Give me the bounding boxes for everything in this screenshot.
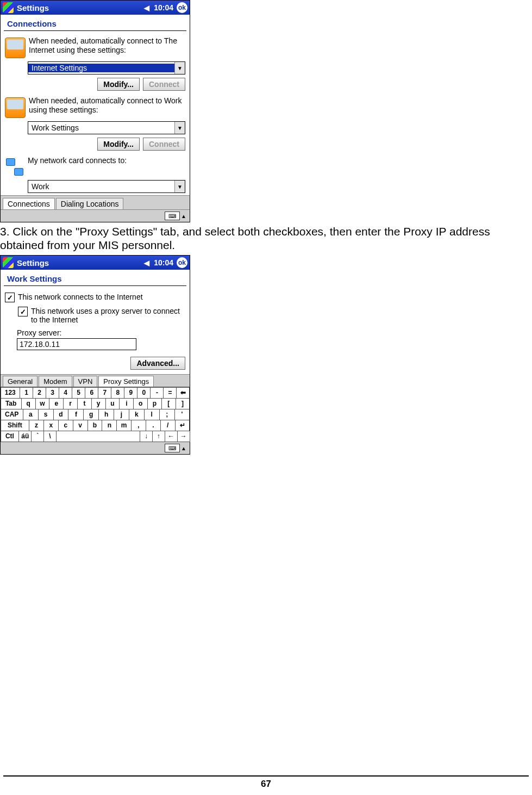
tab-connections[interactable]: Connections <box>3 198 55 209</box>
key[interactable]: o <box>133 398 148 409</box>
tab-vpn[interactable]: VPN <box>73 376 98 387</box>
key[interactable]: [ <box>161 398 176 409</box>
tab-dialing-locations[interactable]: Dialing Locations <box>56 198 124 209</box>
proxy-server-label: Proxy server: <box>1 326 190 337</box>
titlebar-title: Settings <box>17 3 144 13</box>
key-backspace[interactable]: ⬅ <box>176 387 190 399</box>
keyboard-icon[interactable]: ⌨ <box>165 212 180 220</box>
key[interactable]: g <box>83 409 99 420</box>
key[interactable]: ' <box>174 409 190 420</box>
key[interactable]: y <box>91 398 106 409</box>
key-shift[interactable]: Shift <box>1 420 30 431</box>
keyboard-icon[interactable]: ⌨ <box>165 444 180 452</box>
key[interactable]: j <box>114 409 129 420</box>
sip-up-icon[interactable]: ▲ <box>181 213 186 219</box>
key-up[interactable]: ↑ <box>152 431 165 442</box>
key[interactable]: t <box>77 398 92 409</box>
key[interactable]: 9 <box>124 387 137 399</box>
key[interactable]: 8 <box>111 387 124 399</box>
key[interactable]: c <box>58 420 73 431</box>
key-space[interactable] <box>56 431 140 442</box>
start-icon[interactable] <box>3 257 14 268</box>
key[interactable]: - <box>150 387 164 399</box>
device-work-settings: Settings ◀ 10:04 ok Work Settings ✓ This… <box>0 255 190 455</box>
network-card-combo[interactable]: Work ▼ <box>28 180 185 193</box>
proxy-server-input[interactable]: 172.18.0.11 <box>17 338 136 350</box>
key[interactable]: 6 <box>85 387 98 399</box>
chevron-down-icon[interactable]: ▼ <box>174 62 185 74</box>
key[interactable]: 5 <box>72 387 85 399</box>
chevron-down-icon[interactable]: ▼ <box>174 122 185 134</box>
tab-modem[interactable]: Modem <box>39 376 72 387</box>
key[interactable]: 1 <box>20 387 33 399</box>
sip-up-icon[interactable]: ▲ <box>181 445 186 451</box>
key-enter[interactable]: ↵ <box>175 420 190 431</box>
key[interactable]: b <box>87 420 103 431</box>
key[interactable]: p <box>147 398 162 409</box>
key[interactable]: f <box>68 409 84 420</box>
key[interactable]: n <box>102 420 117 431</box>
key-right[interactable]: → <box>177 431 190 442</box>
checkbox-internet-label: This network connects to the Internet <box>18 293 143 301</box>
key[interactable]: \ <box>43 431 57 442</box>
key[interactable]: a <box>23 409 39 420</box>
key[interactable]: q <box>21 398 36 409</box>
clock: 10:04 <box>154 3 173 12</box>
key[interactable]: k <box>129 409 145 420</box>
advanced-button[interactable]: Advanced... <box>130 357 185 370</box>
tab-general[interactable]: General <box>3 376 37 387</box>
key[interactable]: v <box>73 420 88 431</box>
key[interactable]: s <box>38 409 54 420</box>
tab-proxy-settings[interactable]: Proxy Settings <box>98 376 154 387</box>
key[interactable]: i <box>119 398 134 409</box>
key[interactable]: 3 <box>46 387 59 399</box>
ok-button[interactable]: ok <box>177 257 187 268</box>
key-ctl[interactable]: Ctl <box>1 431 20 442</box>
key[interactable]: 4 <box>59 387 72 399</box>
key-tab[interactable]: Tab <box>1 398 22 409</box>
key[interactable]: ; <box>159 409 175 420</box>
internet-settings-combo[interactable]: Internet Settings ▼ <box>28 61 185 74</box>
instruction-text: 3. Click on the "Proxy Settings" tab, an… <box>0 225 532 252</box>
connect-button[interactable]: Connect <box>143 138 185 151</box>
modify-button[interactable]: Modify... <box>97 138 140 151</box>
key[interactable]: r <box>63 398 78 409</box>
key[interactable]: l <box>144 409 160 420</box>
key[interactable]: 7 <box>98 387 111 399</box>
key-cap[interactable]: CAP <box>1 409 23 420</box>
key[interactable]: z <box>29 420 44 431</box>
work-settings-combo[interactable]: Work Settings ▼ <box>28 121 185 134</box>
key[interactable]: ] <box>176 398 190 409</box>
key-left[interactable]: ← <box>165 431 178 442</box>
volume-icon[interactable]: ◀ <box>144 259 149 267</box>
key[interactable]: h <box>98 409 114 420</box>
volume-icon[interactable]: ◀ <box>144 4 149 12</box>
chevron-down-icon[interactable]: ▼ <box>174 181 185 192</box>
key[interactable]: u <box>105 398 120 409</box>
key[interactable]: 0 <box>137 387 151 399</box>
connect-button[interactable]: Connect <box>143 78 185 91</box>
key-down[interactable]: ↓ <box>140 431 153 442</box>
modify-button[interactable]: Modify... <box>97 78 140 91</box>
key[interactable]: . <box>146 420 161 431</box>
key[interactable]: e <box>49 398 64 409</box>
key[interactable]: w <box>35 398 50 409</box>
key-123[interactable]: 123 <box>1 387 21 399</box>
key[interactable]: 2 <box>33 387 46 399</box>
ok-button[interactable]: ok <box>177 2 187 13</box>
key[interactable]: m <box>116 420 132 431</box>
key[interactable]: , <box>131 420 146 431</box>
checkbox-proxy[interactable]: ✓ <box>18 307 28 316</box>
key[interactable]: ` <box>31 431 44 442</box>
key[interactable]: x <box>43 420 59 431</box>
key[interactable]: = <box>163 387 177 399</box>
section-title: Connections <box>1 15 190 30</box>
checkbox-internet[interactable]: ✓ <box>5 293 15 302</box>
device-connections: Settings ◀ 10:04 ok Connections When nee… <box>0 0 190 222</box>
on-screen-keyboard[interactable]: 123 1 2 3 4 5 6 7 8 9 0 - = ⬅ Tab q w e … <box>1 387 190 442</box>
key[interactable]: d <box>53 409 69 420</box>
card-text: My network card connects to: <box>28 156 185 165</box>
key-intl[interactable]: áü <box>18 431 32 442</box>
start-icon[interactable] <box>3 2 14 13</box>
key[interactable]: / <box>160 420 176 431</box>
